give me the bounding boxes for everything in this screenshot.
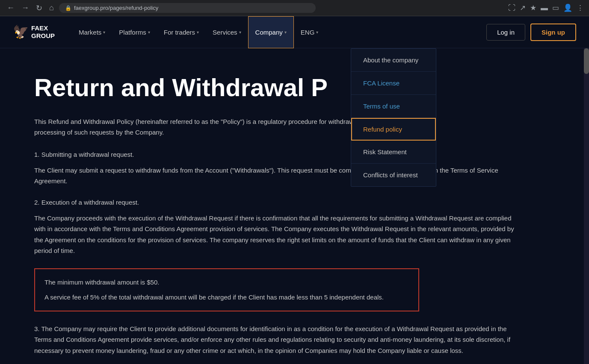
screenshot-icon[interactable]: ⛶ (508, 4, 515, 12)
dropdown-about[interactable]: About the company (351, 49, 436, 72)
nav-markets[interactable]: Markets ▾ (72, 16, 112, 48)
back-button[interactable]: ← (5, 2, 16, 14)
share-icon[interactable]: ↗ (520, 3, 526, 12)
services-chevron: ▾ (239, 30, 241, 35)
platforms-label: Platforms (119, 29, 146, 36)
home-button[interactable]: ⌂ (47, 2, 56, 14)
nav-platforms[interactable]: Platforms ▾ (112, 16, 157, 48)
scrollbar[interactable] (584, 48, 589, 364)
nav-company[interactable]: Company ▾ (248, 16, 294, 48)
logo-icon: 🦅 (13, 26, 29, 38)
scrollbar-thumb[interactable] (584, 48, 589, 74)
services-label: Services (213, 29, 237, 36)
dropdown-risk[interactable]: Risk Statement (351, 141, 436, 164)
navbar: 🦅 FAEX GROUP Markets ▾ Platforms ▾ For t… (0, 16, 589, 48)
markets-chevron: ▾ (103, 30, 105, 35)
nav-for-traders[interactable]: For traders ▾ (157, 16, 206, 48)
menu-icon[interactable]: ⋮ (577, 3, 584, 12)
section1-heading: 1. Submitting a withdrawal request. (34, 151, 522, 158)
url-text: faexgroup.pro/pages/refund-policy (74, 5, 158, 11)
account-icon[interactable]: 👤 (563, 3, 572, 12)
markets-label: Markets (79, 29, 101, 36)
eng-label: ENG (301, 29, 315, 36)
platforms-chevron: ▾ (148, 30, 150, 35)
dropdown-conflicts[interactable]: Conflicts of interest (351, 164, 436, 186)
highlight-line2: A service fee of 5% of the total withdra… (44, 292, 409, 303)
window-icon[interactable]: ▭ (552, 3, 559, 12)
logo[interactable]: 🦅 FAEX GROUP (13, 24, 55, 40)
address-bar[interactable]: 🔒 faexgroup.pro/pages/refund-policy (59, 3, 316, 13)
nav-buttons: Log in Sign up (486, 23, 576, 41)
section2-heading: 2. Execution of a withdrawal request. (34, 199, 522, 206)
browser-actions: ⛶ ↗ ★ ▬ ▭ 👤 ⋮ (508, 3, 584, 12)
section3-text: 3. The Company may require the Client to… (34, 323, 522, 356)
signup-button[interactable]: Sign up (530, 23, 576, 41)
refresh-button[interactable]: ↻ (34, 2, 44, 15)
forward-button[interactable]: → (20, 2, 31, 14)
for-traders-label: For traders (164, 29, 195, 36)
browser-chrome: ← → ↻ ⌂ 🔒 faexgroup.pro/pages/refund-pol… (0, 0, 589, 16)
nav-items: Markets ▾ Platforms ▾ For traders ▾ Serv… (72, 16, 486, 48)
nav-services[interactable]: Services ▾ (206, 16, 248, 48)
page-title: Return and Withdrawal P (34, 74, 522, 101)
lock-icon: 🔒 (65, 5, 71, 11)
main-content: Return and Withdrawal P This Refund and … (0, 48, 556, 364)
star-icon[interactable]: ★ (530, 3, 536, 12)
eng-chevron: ▾ (316, 30, 318, 35)
extensions-icon[interactable]: ▬ (541, 4, 548, 12)
for-traders-chevron: ▾ (197, 30, 199, 35)
logo-text: FAEX GROUP (31, 24, 55, 40)
highlight-line1: The minimum withdrawal amount is $50. (44, 277, 409, 288)
company-label: Company (255, 29, 283, 36)
company-dropdown: About the company FCA License Terms of u… (351, 48, 436, 187)
dropdown-fca[interactable]: FCA License (351, 72, 436, 95)
highlighted-box: The minimum withdrawal amount is $50. A … (34, 268, 419, 311)
company-chevron: ▾ (284, 30, 287, 35)
dropdown-refund[interactable]: Refund policy (351, 118, 436, 141)
nav-eng[interactable]: ENG ▾ (294, 16, 326, 48)
dropdown-terms[interactable]: Terms of use (351, 95, 436, 118)
login-button[interactable]: Log in (486, 24, 525, 41)
section2-text: The Company proceeds with the execution … (34, 213, 522, 256)
section1-text: The Client may submit a request to withd… (34, 165, 522, 187)
